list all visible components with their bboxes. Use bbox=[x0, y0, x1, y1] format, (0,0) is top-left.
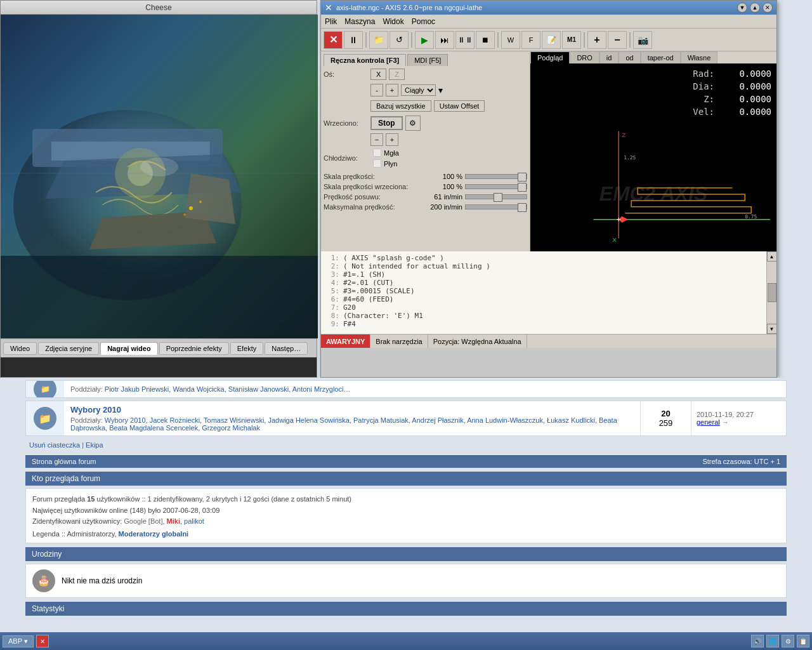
forum-bottom-bar: Strona główna forum Strefa czasowa: UTC … bbox=[25, 455, 787, 468]
max-predkosc-thumb[interactable] bbox=[518, 203, 527, 212]
spindle-minus-btn[interactable]: − bbox=[370, 133, 383, 146]
tab-zdjecia[interactable]: Zdjęcia seryjne bbox=[38, 342, 99, 355]
skala-wrzeciona-value: 100 % bbox=[428, 183, 462, 190]
google-bot-link[interactable]: Google [Bot] bbox=[124, 517, 162, 525]
stop-btn[interactable]: Stop bbox=[370, 116, 403, 130]
gcode-scroll-down-btn[interactable]: ▼ bbox=[767, 324, 777, 334]
tab-reczna-kontrola[interactable]: Ręczna kontrola [F3] bbox=[324, 54, 406, 66]
dro-rad-row: Rad: 0.0000 bbox=[535, 69, 771, 79]
camera-btn[interactable]: 📷 bbox=[633, 31, 652, 49]
team-link[interactable]: Ekipa bbox=[86, 441, 103, 449]
tab-wideo[interactable]: Wideo bbox=[3, 342, 37, 355]
cookie-row: Usuń ciasteczka | Ekipa bbox=[25, 439, 787, 451]
taskbar-abp-btn[interactable]: ABP ▾ bbox=[3, 635, 34, 647]
forum-poddzialy-wybory-label: Poddziały: bbox=[70, 416, 105, 424]
gcode-line-8: 8: (Character: 'E') M1 bbox=[324, 312, 764, 320]
gcode-num-5: 5: bbox=[324, 287, 339, 295]
skala-wrzeciona-thumb[interactable] bbox=[518, 183, 527, 192]
z-axis-btn[interactable]: Z bbox=[389, 69, 405, 80]
forum-views: 259 bbox=[659, 418, 673, 428]
gcode-scroll-thumb[interactable] bbox=[768, 283, 776, 302]
legend-row: Legenda :: Administratorzy, Moderatorzy … bbox=[32, 530, 780, 538]
gcode-scroll-up-btn[interactable]: ▲ bbox=[767, 251, 777, 262]
dro-rad-label: Rad: bbox=[689, 69, 714, 79]
pause-btn[interactable]: ⏸ bbox=[344, 31, 363, 49]
gcode-text-1: ( AXIS "splash g-code" ) bbox=[343, 254, 444, 262]
taskbar-icon-3[interactable]: ⚙ bbox=[782, 635, 794, 647]
gcode-num-1: 1: bbox=[324, 254, 339, 262]
touch-workpiece-btn[interactable]: W bbox=[501, 31, 520, 49]
tab-nagrywaj[interactable]: Nagraj wideo bbox=[100, 342, 157, 355]
axis-close-btn[interactable]: ✕ bbox=[763, 3, 773, 13]
ciagly-select[interactable]: Ciągły bbox=[401, 84, 436, 96]
max-predkosc-value: 200 in/min bbox=[428, 203, 462, 211]
preview-tab-dro[interactable]: DRO bbox=[570, 51, 599, 63]
zoom-out-btn[interactable]: − bbox=[608, 31, 627, 49]
taskbar-icon-4[interactable]: 📋 bbox=[797, 635, 809, 647]
preview-tab-podglad[interactable]: Podgląd bbox=[530, 51, 570, 63]
predkosc-posuwu-thumb[interactable] bbox=[494, 193, 502, 202]
forum-author-link-1[interactable]: Wybory 2010, Jacek Rożniecki, Tomasz Wiś… bbox=[70, 416, 617, 432]
gcode-text-4: #2=.01 (CUT) bbox=[343, 279, 393, 287]
forum-title-wybory[interactable]: Wybory 2010 bbox=[70, 405, 634, 415]
gcode-text-8: (Character: 'E') M1 bbox=[343, 312, 423, 320]
mgla-checkbox[interactable] bbox=[373, 149, 381, 157]
menu-pomoc[interactable]: Pomoc bbox=[412, 17, 435, 26]
dropdown-arrow-icon[interactable]: ▾ bbox=[438, 85, 443, 95]
step-btn[interactable]: ⏭ bbox=[435, 31, 454, 49]
tab-nastep[interactable]: Następ… bbox=[265, 342, 308, 355]
preview-tab-id[interactable]: id bbox=[599, 51, 619, 63]
cheese-video bbox=[1, 15, 318, 338]
x-axis-btn[interactable]: X bbox=[370, 69, 386, 80]
forum-stats-wybory: 20 259 bbox=[640, 401, 691, 435]
gcode-listing[interactable]: 1: ( AXIS "splash g-code" ) 2: ( Not int… bbox=[321, 251, 766, 334]
ustaw-offset-btn[interactable]: Ustaw Offset bbox=[434, 100, 485, 112]
menu-widok[interactable]: Widok bbox=[383, 17, 403, 26]
plyn-checkbox[interactable] bbox=[373, 159, 381, 168]
axis-window-controls: ▼ ▲ ✕ bbox=[737, 3, 773, 13]
plus-btn[interactable]: + bbox=[386, 84, 398, 96]
axis-maximize-btn[interactable]: ▲ bbox=[750, 3, 760, 13]
bazuj-btn[interactable]: Bazuj wszystkie bbox=[370, 100, 431, 112]
open-file-btn[interactable]: 📁 bbox=[369, 31, 388, 49]
m1-btn[interactable]: M1 bbox=[562, 31, 581, 49]
tab-poprzednie[interactable]: Poprzednie efekty bbox=[159, 342, 229, 355]
pause-run-btn[interactable]: ⏸⏸ bbox=[455, 31, 475, 49]
zoom-in-btn[interactable]: + bbox=[587, 31, 606, 49]
status-position: Pozycja: Względna Aktualna bbox=[428, 335, 527, 348]
spindle-settings-icon[interactable]: ⚙ bbox=[405, 116, 421, 131]
taskbar-close-icon[interactable]: ✕ bbox=[36, 635, 49, 647]
minus-btn[interactable]: - bbox=[370, 84, 383, 96]
forum-date-text: 2010-11-19, 20:27 bbox=[697, 411, 781, 418]
gcode-text-6: #4=60 (FEED) bbox=[343, 295, 393, 303]
axis-minimize-btn[interactable]: ▼ bbox=[737, 3, 747, 13]
skala-predkosci-track[interactable] bbox=[465, 174, 527, 179]
skala-predkosci-thumb[interactable] bbox=[518, 173, 527, 182]
spindle-plus-btn[interactable]: + bbox=[386, 133, 398, 146]
gcode-scrollbar[interactable]: ▲ ▼ bbox=[766, 251, 776, 334]
gcode-editor-btn[interactable]: 📝 bbox=[542, 31, 561, 49]
plyn-item: Płyn bbox=[373, 159, 399, 168]
stop-run-btn[interactable]: ⏹ bbox=[476, 31, 495, 49]
predkosc-posuwu-track[interactable] bbox=[465, 194, 527, 199]
skala-wrzeciona-track[interactable] bbox=[465, 184, 527, 189]
reload-btn[interactable]: ↺ bbox=[390, 31, 409, 49]
miki-link[interactable]: Miki bbox=[167, 517, 180, 525]
palikot-link[interactable]: palikot bbox=[184, 517, 204, 525]
run-btn[interactable]: ▶ bbox=[415, 31, 434, 49]
delete-cookie-link[interactable]: Usuń ciasteczka bbox=[29, 441, 80, 449]
preview-tab-od[interactable]: od bbox=[619, 51, 640, 63]
emergency-stop-btn[interactable]: ✕ bbox=[324, 31, 343, 49]
menu-maszyna[interactable]: Maszyna bbox=[344, 17, 375, 26]
max-predkosc-track[interactable] bbox=[465, 204, 527, 209]
taskbar-icon-1[interactable]: 🔊 bbox=[751, 635, 764, 647]
tab-efekty[interactable]: Efekty bbox=[230, 342, 264, 355]
forum-author-link[interactable]: general bbox=[697, 418, 720, 426]
preview-tab-taper[interactable]: taper-od bbox=[641, 51, 681, 63]
tab-mdi[interactable]: MDI [F5] bbox=[407, 54, 448, 66]
taskbar-icon-2[interactable]: 🌐 bbox=[766, 635, 779, 647]
preview-tab-wlasne[interactable]: Własne bbox=[681, 51, 718, 63]
menu-plik[interactable]: Plik bbox=[325, 17, 337, 26]
forum-authors-partial: Piotr Jakub Pniewski, Wanda Wojcicka, St… bbox=[105, 385, 351, 393]
touch-fixture-btn[interactable]: F bbox=[521, 31, 540, 49]
